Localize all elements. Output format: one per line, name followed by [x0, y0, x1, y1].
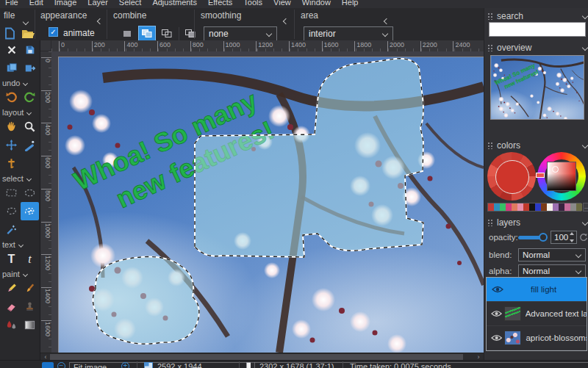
text-section[interactable]: text [0, 239, 40, 250]
straighten-tool[interactable] [21, 136, 39, 154]
zoom-in-button[interactable]: + [121, 362, 129, 368]
menu-edit[interactable]: Edit [29, 0, 43, 8]
palette-swatch[interactable] [517, 203, 523, 211]
sv-cursor[interactable] [552, 166, 559, 173]
animate-label[interactable]: animate [63, 28, 95, 38]
opacity-spinner[interactable] [570, 232, 576, 242]
area-collapse-icon[interactable] [384, 13, 390, 18]
close-image-button[interactable] [2, 40, 21, 59]
layers-collapse-icon[interactable] [582, 220, 588, 226]
palette-swatch[interactable] [506, 203, 512, 211]
search-input[interactable] [489, 22, 586, 37]
palette-swatch[interactable] [541, 203, 547, 211]
palette-swatch[interactable] [488, 203, 494, 211]
file-chevron-icon[interactable] [24, 14, 29, 19]
undo-section[interactable]: undo [0, 77, 40, 88]
opacity-slider[interactable] [518, 236, 543, 239]
drag-grip-icon[interactable] [487, 12, 493, 20]
menu-image[interactable]: Image [54, 0, 77, 8]
palette-swatch[interactable] [564, 203, 570, 211]
harmony-color-wheel[interactable] [487, 152, 536, 201]
menu-window[interactable]: Window [302, 0, 331, 8]
opacity-input[interactable] [551, 231, 570, 243]
animate-checkbox[interactable]: ✓ [49, 27, 58, 37]
export-button[interactable] [21, 59, 39, 77]
select-section[interactable]: select [0, 173, 40, 184]
palette-swatch[interactable] [553, 203, 559, 211]
menu-help[interactable]: Help [342, 0, 359, 8]
save-all-button[interactable] [2, 59, 21, 77]
palette-swatch[interactable] [523, 203, 529, 211]
layer-visibility-icon[interactable] [491, 334, 502, 342]
undo-button[interactable] [2, 88, 21, 107]
drag-grip-icon[interactable] [487, 44, 493, 51]
layer-row-advanced-text[interactable]: Advanced text lay... [487, 302, 587, 326]
palette-swatch[interactable] [570, 203, 576, 211]
smoothing-collapse-icon[interactable] [284, 13, 289, 18]
text-tool[interactable]: T [2, 250, 21, 268]
lasso-select-tool[interactable] [2, 202, 21, 220]
open-image-icon[interactable] [21, 27, 35, 40]
palette-swatch[interactable] [494, 203, 500, 211]
text-path-tool[interactable]: t [21, 250, 39, 268]
hue-cursor[interactable] [536, 173, 545, 178]
clone-stamp-tool[interactable] [21, 297, 39, 316]
menu-effects[interactable]: Effects [208, 0, 232, 8]
blend-select[interactable]: Normal [518, 248, 586, 261]
alpha-select[interactable]: Normal [518, 264, 586, 278]
combine-union-button[interactable] [138, 26, 156, 41]
menu-select[interactable]: Select [119, 0, 142, 8]
palette-swatch[interactable] [576, 203, 582, 211]
colors-panel-header[interactable]: colors [484, 139, 588, 151]
opacity-reset-icon[interactable] [579, 233, 588, 242]
smoothing-select[interactable]: none [204, 26, 277, 41]
canvas-viewport[interactable]: Whoa! So many new features! [51, 51, 484, 353]
menu-layer[interactable]: Layer [87, 0, 108, 8]
image-canvas[interactable]: Whoa! So many new features! [59, 57, 484, 353]
scrollbar-thumb[interactable] [50, 354, 463, 360]
paintbrush-tool[interactable] [21, 279, 39, 297]
layout-section[interactable]: layout [0, 107, 40, 118]
ellipse-select-tool[interactable] [21, 184, 39, 202]
save-button[interactable] [21, 40, 39, 59]
palette-more-button[interactable]: ... [583, 203, 588, 212]
magic-wand-tool[interactable] [2, 220, 21, 239]
drag-grip-icon[interactable] [487, 142, 493, 149]
layers-panel-header[interactable]: layers [484, 216, 588, 228]
area-select[interactable]: interior [304, 26, 393, 41]
horizontal-scrollbar[interactable]: ‹ › [40, 353, 484, 360]
menu-view[interactable]: View [273, 0, 291, 8]
drag-grip-icon[interactable] [487, 219, 493, 226]
new-image-icon[interactable] [3, 27, 17, 40]
layer-row-apricot-blossoms[interactable]: apricot-blossoms... [487, 326, 587, 350]
menu-tools[interactable]: Tools [243, 0, 262, 8]
anchor-tool[interactable] [2, 154, 21, 173]
saturation-value-square[interactable] [548, 162, 576, 190]
appearance-collapse-icon[interactable] [98, 13, 103, 18]
zoom-out-button[interactable]: − [57, 362, 65, 368]
combine-replace-button[interactable] [118, 26, 136, 41]
rectangle-select-tool[interactable] [2, 184, 21, 202]
palette-swatch[interactable] [512, 203, 517, 211]
palette-swatch[interactable] [529, 203, 535, 211]
layer-visibility-icon[interactable] [491, 286, 504, 293]
overview-thumbnail[interactable] [490, 55, 584, 120]
palette-swatch[interactable] [500, 203, 506, 211]
colors-collapse-icon[interactable] [582, 142, 588, 148]
paint-section[interactable]: paint [0, 268, 40, 279]
gradient-tool[interactable] [21, 316, 39, 334]
palette-swatch[interactable] [559, 203, 564, 211]
search-collapse-icon[interactable] [582, 13, 588, 19]
search-panel-header[interactable]: search [484, 10, 588, 22]
zoom-tool[interactable] [21, 118, 39, 136]
smart-select-tool[interactable] [21, 202, 39, 220]
color-picker-tool[interactable] [2, 316, 21, 334]
palette-swatch[interactable] [535, 203, 541, 211]
eraser-tool[interactable] [2, 297, 21, 316]
opacity-numbox[interactable] [551, 231, 577, 244]
file-section-label[interactable]: file [4, 10, 15, 21]
move-tool[interactable] [2, 136, 21, 154]
combine-exclude-button[interactable] [158, 26, 176, 41]
pencil-tool[interactable] [2, 279, 21, 297]
combine-intersect-button[interactable] [182, 26, 199, 41]
